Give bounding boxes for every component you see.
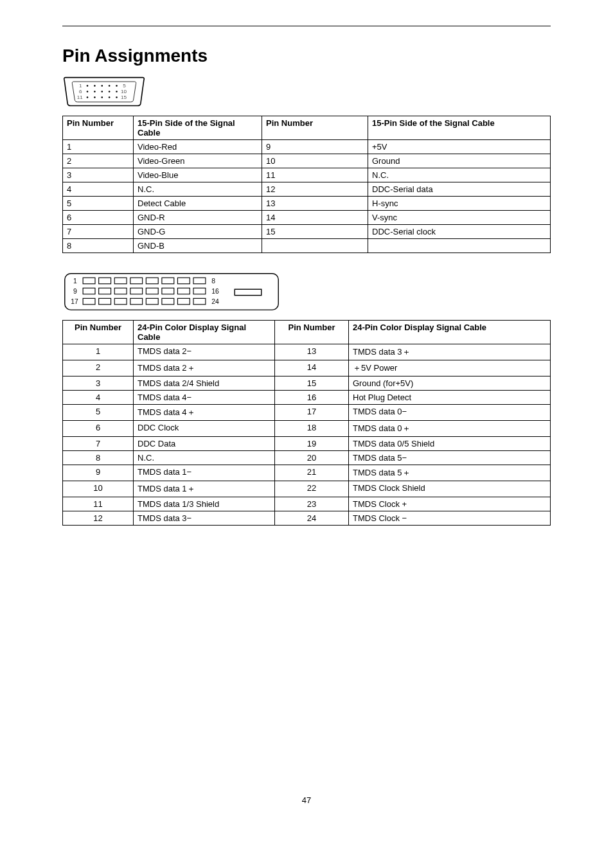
page: Pin Assignments 1 5 6 10 11 15 Pin bbox=[62, 0, 551, 844]
cell: 5 bbox=[63, 197, 134, 211]
cell: TMDS data 4＋ bbox=[134, 405, 275, 421]
cell: TMDS data 2/4 Shield bbox=[134, 376, 275, 391]
table-row: 3Video-Blue11N.C. bbox=[63, 168, 551, 182]
col-header: 15-Pin Side of the Signal Cable bbox=[134, 116, 262, 140]
svg-rect-33 bbox=[83, 298, 95, 304]
table-row: 4N.C.12DDC-Serial data bbox=[63, 182, 551, 197]
svg-rect-29 bbox=[146, 288, 158, 294]
pin-label: 10 bbox=[121, 89, 127, 94]
cell: DDC Clock bbox=[134, 421, 275, 437]
cell: 16 bbox=[275, 391, 349, 405]
table-row: 9TMDS data 1−21TMDS data 5＋ bbox=[63, 465, 551, 481]
pin-label: 6 bbox=[79, 89, 82, 94]
cell: N.C. bbox=[368, 168, 551, 182]
cell: TMDS data 0− bbox=[349, 405, 551, 421]
table-row: 5Detect Cable13H-sync bbox=[63, 197, 551, 211]
cell: 4 bbox=[63, 391, 134, 405]
cell: 11 bbox=[262, 168, 368, 182]
table-row: 4TMDS data 4−16Hot Plug Detect bbox=[63, 391, 551, 405]
svg-rect-26 bbox=[99, 288, 111, 294]
cell: TMDS data 0/5 Shield bbox=[349, 437, 551, 451]
svg-rect-36 bbox=[130, 298, 143, 304]
svg-point-0 bbox=[87, 85, 89, 87]
table-row: 6GND-R14V-sync bbox=[63, 211, 551, 225]
cell: Ground bbox=[368, 154, 551, 168]
table-row: 7DDC Data19TMDS data 0/5 Shield bbox=[63, 437, 551, 451]
top-rule bbox=[62, 26, 551, 26]
cell: TMDS data 3＋ bbox=[349, 344, 551, 360]
connector-24pin-diagram: 1 9 17 8 16 24 bbox=[62, 270, 281, 314]
cell: 6 bbox=[63, 421, 134, 437]
col-header: Pin Number bbox=[63, 116, 134, 140]
cell: Ground (for+5V) bbox=[349, 376, 551, 391]
cell: DDC-Serial data bbox=[368, 182, 551, 197]
col-header: Pin Number bbox=[262, 116, 368, 140]
cell: 2 bbox=[63, 154, 134, 168]
cell: 4 bbox=[63, 182, 134, 197]
svg-point-7 bbox=[101, 91, 103, 93]
svg-rect-23 bbox=[177, 278, 190, 283]
svg-point-12 bbox=[101, 96, 103, 98]
cell: 3 bbox=[63, 168, 134, 182]
col-header: Pin Number bbox=[63, 321, 134, 344]
table-row: 7GND-G15DDC-Serial clock bbox=[63, 225, 551, 239]
svg-rect-37 bbox=[146, 298, 158, 304]
cell: 12 bbox=[262, 182, 368, 197]
cell: TMDS data 1− bbox=[134, 465, 275, 481]
pin-label: 15 bbox=[121, 94, 127, 100]
svg-point-8 bbox=[109, 91, 111, 93]
svg-point-2 bbox=[101, 85, 103, 87]
cell: Hot Plug Detect bbox=[349, 391, 551, 405]
pin-label: 8 bbox=[211, 278, 215, 285]
cell: 20 bbox=[275, 451, 349, 465]
cell: 8 bbox=[63, 239, 134, 253]
table-row: 2TMDS data 2＋14＋5V Power bbox=[63, 360, 551, 376]
cell: 14 bbox=[262, 211, 368, 225]
cell: TMDS Clock + bbox=[349, 497, 551, 511]
cell: Video-Green bbox=[134, 154, 262, 168]
cell: 14 bbox=[275, 360, 349, 376]
svg-rect-22 bbox=[162, 278, 174, 283]
svg-rect-31 bbox=[177, 288, 190, 294]
table-row: 1TMDS data 2−13TMDS data 3＋ bbox=[63, 344, 551, 360]
svg-point-10 bbox=[87, 96, 89, 98]
cell: 18 bbox=[275, 421, 349, 437]
col-header: 24-Pin Color Display Signal Cable bbox=[349, 321, 551, 344]
cell: N.C. bbox=[134, 451, 275, 465]
cell: DDC-Serial clock bbox=[368, 225, 551, 239]
cell: V-sync bbox=[368, 211, 551, 225]
svg-rect-20 bbox=[130, 278, 143, 283]
cell: 12 bbox=[63, 511, 134, 526]
svg-rect-21 bbox=[146, 278, 158, 283]
cell: TMDS data 4− bbox=[134, 391, 275, 405]
cell: 9 bbox=[262, 140, 368, 154]
svg-rect-25 bbox=[83, 288, 95, 294]
svg-rect-30 bbox=[162, 288, 174, 294]
cell: TMDS data 0＋ bbox=[349, 421, 551, 437]
cell: 5 bbox=[63, 405, 134, 421]
svg-rect-24 bbox=[193, 278, 206, 283]
pin-label: 5 bbox=[123, 83, 126, 89]
cell: +5V bbox=[368, 140, 551, 154]
cell: TMDS data 2− bbox=[134, 344, 275, 360]
pin-label: 1 bbox=[73, 278, 77, 285]
svg-rect-32 bbox=[193, 288, 206, 294]
pin-label: 9 bbox=[73, 288, 77, 295]
svg-point-14 bbox=[116, 96, 118, 98]
table-15pin: Pin Number 15-Pin Side of the Signal Cab… bbox=[62, 116, 551, 253]
svg-point-3 bbox=[109, 85, 111, 87]
svg-point-13 bbox=[109, 96, 111, 98]
table-row: 11TMDS data 1/3 Shield23TMDS Clock + bbox=[63, 497, 551, 511]
cell: 11 bbox=[63, 497, 134, 511]
table-row: 2Video-Green10Ground bbox=[63, 154, 551, 168]
cell: TMDS data 3− bbox=[134, 511, 275, 526]
table-row: 3TMDS data 2/4 Shield15Ground (for+5V) bbox=[63, 376, 551, 391]
connector-15pin-diagram: 1 5 6 10 11 15 bbox=[62, 74, 146, 109]
table-row: 12TMDS data 3−24TMDS Clock − bbox=[63, 511, 551, 526]
cell: TMDS Clock Shield bbox=[349, 481, 551, 497]
table-row: 8GND-B bbox=[63, 239, 551, 253]
cell: 9 bbox=[63, 465, 134, 481]
cell: GND-G bbox=[134, 225, 262, 239]
table-row: 10TMDS data 1＋22TMDS Clock Shield bbox=[63, 481, 551, 497]
svg-rect-40 bbox=[193, 298, 206, 304]
